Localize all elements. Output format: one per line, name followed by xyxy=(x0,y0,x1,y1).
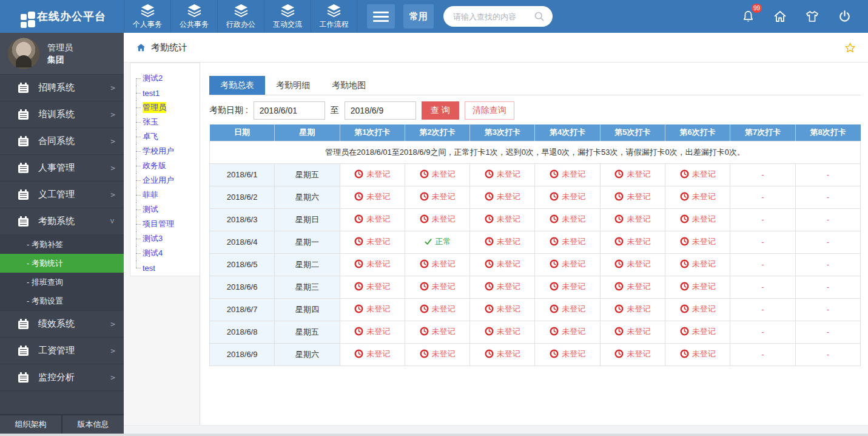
date-from-input[interactable] xyxy=(254,101,325,120)
notebook-icon xyxy=(18,111,29,120)
tree-item-link[interactable]: 卓飞 xyxy=(143,131,158,142)
clock-icon xyxy=(550,237,559,246)
hamburger-menu-button[interactable] xyxy=(367,4,395,29)
sidebar-subitem-3[interactable]: - 考勤设置 xyxy=(0,291,124,310)
tree-item-link[interactable]: 管理员 xyxy=(143,102,166,113)
punch-label: 未登记 xyxy=(366,259,390,270)
nav-item-2[interactable]: 行政办公 xyxy=(217,0,264,33)
sidebar-subitem-2[interactable]: - 排班查询 xyxy=(0,273,124,291)
favorite-star-icon[interactable] xyxy=(844,42,856,53)
tree-item-link[interactable]: 学校用户 xyxy=(143,146,174,157)
punch-status: 未登记 xyxy=(550,326,585,337)
punch-label: 未登记 xyxy=(692,304,716,315)
punch-cell: 未登记 xyxy=(405,276,469,298)
punch-label: 未登记 xyxy=(692,259,716,270)
chevron-down-icon: > xyxy=(109,219,118,224)
punch-label: 未登记 xyxy=(366,214,390,225)
clock-icon xyxy=(420,327,429,336)
version-info-button[interactable]: 版本信息 xyxy=(61,414,124,434)
tree-item-link[interactable]: 测试 xyxy=(143,204,158,215)
tree-item-link[interactable]: 测试2 xyxy=(143,73,163,84)
nav-item-4[interactable]: 工作流程 xyxy=(311,0,357,33)
sidebar-subitem-0[interactable]: - 考勤补签 xyxy=(0,235,124,254)
column-header: 第2次打卡 xyxy=(405,124,469,141)
punch-cell: 未登记 xyxy=(340,343,405,366)
tree-item-link[interactable]: 菲菲 xyxy=(143,189,158,200)
punch-status: 未登记 xyxy=(680,326,716,337)
tree-item-link[interactable]: test xyxy=(143,264,155,273)
clear-query-button[interactable]: 清除查询 xyxy=(465,101,514,120)
theme-shirt-icon[interactable] xyxy=(804,9,820,24)
nav-item-1[interactable]: 公共事务 xyxy=(170,0,217,33)
table-header-row: 日期星期第1次打卡第2次打卡第3次打卡第4次打卡第5次打卡第6次打卡第7次打卡第… xyxy=(210,124,861,141)
punch-cell: 未登记 xyxy=(535,231,600,253)
org-structure-button[interactable]: 组织架构 xyxy=(0,414,61,434)
tree-item-link[interactable]: 企业用户 xyxy=(143,175,174,186)
query-button[interactable]: 查 询 xyxy=(422,101,459,120)
sidebar-item-5[interactable]: 考勤系统> xyxy=(0,208,124,235)
punch-status: 未登记 xyxy=(354,214,390,225)
table-row: 2018/6/4星期一未登记正常未登记未登记未登记未登记-- xyxy=(210,231,861,253)
sidebar-item-3[interactable]: 人事管理> xyxy=(0,155,124,182)
tree-item-link[interactable]: test1 xyxy=(143,89,160,98)
punch-cell: 未登记 xyxy=(535,276,600,298)
nav-item-label: 公共事务 xyxy=(180,19,209,30)
tab-0[interactable]: 考勤总表 xyxy=(209,76,265,95)
punch-label: 未登记 xyxy=(692,191,716,202)
tree-item: 项目管理 xyxy=(133,217,198,231)
punch-label: 未登记 xyxy=(432,191,456,202)
punch-cell: 未登记 xyxy=(470,208,535,231)
nav-item-3[interactable]: 互动交流 xyxy=(264,0,311,33)
punch-label: 未登记 xyxy=(627,281,650,292)
sidebar-item-6[interactable]: 绩效系统> xyxy=(0,311,124,338)
sidebar-item-2[interactable]: 合同系统> xyxy=(0,128,124,155)
sidebar-item-0[interactable]: 招聘系统> xyxy=(0,75,124,101)
quick-access-button[interactable]: 常用 xyxy=(403,4,434,29)
punch-status: 未登记 xyxy=(614,236,650,247)
clock-icon xyxy=(485,214,494,223)
punch-label: 未登记 xyxy=(497,191,520,202)
punch-status: 未登记 xyxy=(420,349,456,359)
power-logout-icon[interactable] xyxy=(836,9,852,24)
punch-status: 未登记 xyxy=(420,191,456,202)
sidebar-item-label: 考勤系统 xyxy=(38,216,75,227)
sidebar-item-4[interactable]: 义工管理> xyxy=(0,182,124,208)
column-header: 第6次打卡 xyxy=(665,124,730,141)
table-row: 2018/6/7星期四未登记未登记未登记未登记未登记未登记-- xyxy=(210,298,861,321)
punch-label: 未登记 xyxy=(692,169,716,180)
clock-icon xyxy=(680,169,689,179)
nav-item-0[interactable]: 个人事务 xyxy=(124,0,170,33)
date-cell: 2018/6/9 xyxy=(210,343,275,366)
sidebar-item-1[interactable]: 培训系统> xyxy=(0,101,124,128)
sidebar-subitem-1[interactable]: - 考勤统计 xyxy=(0,254,124,273)
punch-status: 未登记 xyxy=(420,281,456,292)
tree-item-link[interactable]: 项目管理 xyxy=(143,219,174,230)
home-icon[interactable] xyxy=(772,9,788,24)
content-bottom-strip xyxy=(124,425,868,434)
sidebar-item-7[interactable]: 工资管理> xyxy=(0,338,124,364)
punch-cell: 未登记 xyxy=(665,276,730,298)
user-tree-panel: 测试2test1管理员张玉卓飞学校用户政务版企业用户菲菲测试项目管理测试3测试4… xyxy=(124,63,200,434)
tree-item-link[interactable]: 张玉 xyxy=(143,117,158,128)
notifications-bell-icon[interactable]: 99 xyxy=(740,9,756,24)
punch-cell: 未登记 xyxy=(470,298,535,321)
punch-cell: 未登记 xyxy=(405,208,469,231)
tab-1[interactable]: 考勤明细 xyxy=(265,76,321,95)
empty-punch: - xyxy=(761,305,764,314)
punch-label: 未登记 xyxy=(562,349,585,359)
date-to-input[interactable] xyxy=(345,101,416,120)
tree-item-link[interactable]: 测试3 xyxy=(143,233,163,244)
punch-cell: 未登记 xyxy=(535,208,600,231)
sidebar-item-8[interactable]: 监控分析> xyxy=(0,364,124,391)
tree-item-link[interactable]: 测试4 xyxy=(143,248,163,259)
check-icon xyxy=(424,237,432,246)
tab-2[interactable]: 考勤地图 xyxy=(321,76,377,95)
notebook-icon xyxy=(18,218,29,227)
sidebar-menu: 招聘系统>培训系统>合同系统>人事管理>义工管理>考勤系统>- 考勤补签- 考勤… xyxy=(0,75,124,414)
punch-status: 未登记 xyxy=(420,259,456,270)
empty-punch: - xyxy=(827,327,829,336)
clock-icon xyxy=(354,327,363,336)
column-header: 日期 xyxy=(210,124,275,141)
tree-item-link[interactable]: 政务版 xyxy=(143,160,166,171)
chevron-right-icon: > xyxy=(110,190,115,199)
